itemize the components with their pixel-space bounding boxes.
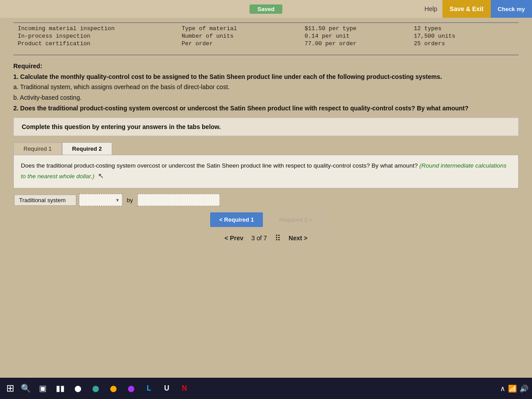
dropdown-wrapper: overcosts undercosts ▼	[79, 194, 122, 206]
table-cell-col4: 12 types	[410, 25, 519, 32]
taskbar-letter-u-icon[interactable]: U	[159, 380, 175, 396]
complete-box-text: Complete this question by entering your …	[22, 123, 221, 130]
data-table-wrapper: Incoming material inspectionType of mate…	[13, 22, 519, 55]
table-cell-col2: Number of units	[177, 32, 300, 40]
question-text: Does the traditional product-costing sys…	[21, 162, 418, 169]
q1-text: 1. Calculate the monthly quality-control…	[13, 73, 442, 80]
main-content: Incoming material inspectionType of mate…	[0, 18, 532, 243]
table-cell-col2: Type of material	[177, 25, 300, 32]
table-cell-col1: In-process inspection	[13, 32, 177, 40]
grid-icon[interactable]: ⠿	[275, 233, 281, 243]
table-row: Product certificationPer order77.00 per …	[13, 40, 519, 47]
data-table: Incoming material inspectionType of mate…	[13, 25, 519, 47]
q1b-text: b. Activity-based costing.	[13, 93, 519, 103]
taskbar-app3-icon[interactable]: ⬤	[88, 380, 104, 396]
question-panel: Does the traditional product-costing sys…	[13, 155, 519, 188]
table-cell-col4: 17,500 units	[410, 32, 519, 40]
tab-required1-label: Required 1	[23, 145, 52, 152]
amount-input[interactable]	[137, 194, 220, 206]
save-exit-button[interactable]: Save & Exit	[442, 0, 490, 18]
tab-nav-buttons: < Required 1 Required 2 >	[13, 212, 519, 227]
required-section: Required: 1. Calculate the monthly quali…	[13, 62, 519, 113]
help-button[interactable]: Help	[419, 0, 443, 18]
taskbar-app2-icon[interactable]: ⬤	[70, 380, 86, 396]
saved-badge: Saved	[250, 4, 282, 14]
next-button[interactable]: Next >	[289, 235, 307, 242]
q1a-text: a. Traditional system, which assigns ove…	[13, 82, 519, 92]
taskbar-app5-icon[interactable]: ⬤	[123, 380, 139, 396]
table-cell-col4: 25 orders	[410, 40, 519, 47]
taskbar-right: ∧ 📶 🔊	[500, 384, 528, 393]
required1-nav-button[interactable]: < Required 1	[210, 212, 262, 227]
tab-required1[interactable]: Required 1	[13, 142, 62, 155]
page-info: 3 of 7	[251, 235, 267, 242]
taskbar-search-button[interactable]: 🔍	[19, 381, 33, 395]
table-cell-col3: $11.50 per type	[300, 25, 409, 32]
table-cell-col2: Per order	[177, 40, 300, 47]
table-row: Incoming material inspectionType of mate…	[13, 25, 519, 32]
tab-required2[interactable]: Required 2	[62, 142, 112, 155]
taskbar-up-arrow-icon[interactable]: ∧	[500, 384, 505, 393]
table-cell-col1: Product certification	[13, 40, 177, 47]
table-cell-col3: 0.14 per unit	[300, 32, 409, 40]
traditional-system-label: Traditional system	[14, 195, 76, 206]
taskbar-wifi-icon[interactable]: 🔊	[520, 384, 528, 393]
q2-text: 2. Does the traditional product-costing …	[13, 105, 469, 112]
overcost-undercost-dropdown[interactable]: overcosts undercosts	[79, 194, 122, 206]
taskbar-netflix-icon[interactable]: N	[176, 380, 192, 396]
complete-box: Complete this question by entering your …	[13, 117, 519, 136]
check-my-button[interactable]: Check my	[491, 0, 532, 18]
cursor-indicator: ↖	[98, 172, 104, 180]
taskbar: ⊞ 🔍 ▣ ▮▮ ⬤ ⬤ ⬤ ⬤ L U N ∧ 📶 🔊	[0, 378, 532, 399]
start-button[interactable]: ⊞	[4, 383, 17, 394]
required2-nav-overlay[interactable]: Required 2 >	[270, 212, 322, 227]
required-heading: Required:	[13, 63, 42, 70]
top-bar: Saved Help Save & Exit Check my	[0, 0, 532, 18]
bottom-nav: < Prev 3 of 7 ⠿ Next >	[13, 233, 519, 243]
prev-button[interactable]: < Prev	[225, 235, 243, 242]
taskbar-letter-l-icon[interactable]: L	[141, 380, 157, 396]
answer-row: Traditional system overcosts undercosts …	[13, 194, 519, 206]
by-label: by	[125, 197, 135, 203]
top-bar-right: Help Save & Exit Check my	[419, 0, 532, 18]
taskbar-file-explorer-icon[interactable]: ▣	[35, 380, 51, 396]
table-cell-col1: Incoming material inspection	[13, 25, 177, 32]
table-row: In-process inspectionNumber of units0.14…	[13, 32, 519, 40]
taskbar-network-icon[interactable]: 📶	[508, 384, 517, 393]
tabs-row: Required 1 Required 2	[13, 142, 519, 155]
taskbar-app4-icon[interactable]: ⬤	[106, 380, 121, 396]
table-cell-col3: 77.00 per order	[300, 40, 409, 47]
taskbar-app1-icon[interactable]: ▮▮	[52, 380, 68, 396]
tab-required2-label: Required 2	[72, 145, 102, 152]
